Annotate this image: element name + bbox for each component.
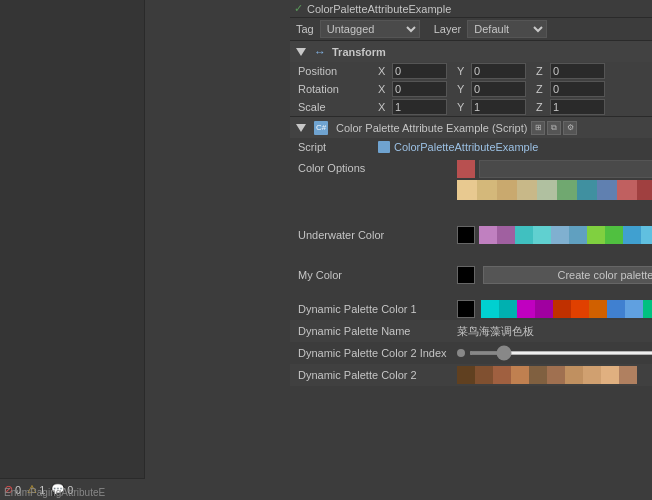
swatch-1[interactable] bbox=[477, 180, 497, 200]
color-options-preview[interactable] bbox=[457, 160, 475, 178]
message-icon: 💬 bbox=[51, 483, 65, 496]
rotation-label: Rotation bbox=[298, 83, 378, 95]
transform-title: Transform bbox=[332, 46, 652, 58]
script-icon: C# bbox=[314, 121, 328, 135]
uw-swatch-1[interactable] bbox=[497, 226, 515, 244]
dynamic-palette-2-row: Dynamic Palette Color 2 bbox=[290, 364, 652, 386]
dp1-s4[interactable] bbox=[553, 300, 571, 318]
error-count: 0 bbox=[15, 484, 21, 496]
status-bar: ⊘ 0 ⚠ 1 💬 0 bbox=[0, 478, 145, 500]
script-file-icon bbox=[378, 141, 390, 153]
dp2-slider-container: 1 bbox=[457, 347, 652, 359]
dp2-s1[interactable] bbox=[475, 366, 493, 384]
dp1-s2[interactable] bbox=[517, 300, 535, 318]
scale-y-input[interactable] bbox=[471, 99, 526, 115]
object-name: ColorPaletteAttributeExample bbox=[307, 3, 451, 15]
tag-select[interactable]: Untagged bbox=[320, 20, 420, 38]
scale-x-input[interactable] bbox=[392, 99, 447, 115]
swatch-0[interactable] bbox=[457, 180, 477, 200]
color-options-dropdown-row: Country ⚙ bbox=[457, 160, 652, 178]
dp2-s0[interactable] bbox=[457, 366, 475, 384]
script-focus-btn[interactable]: ⊞ bbox=[531, 121, 545, 135]
script-settings-btn[interactable]: ⚙ bbox=[563, 121, 577, 135]
dp2-s4[interactable] bbox=[529, 366, 547, 384]
layer-select[interactable]: Default bbox=[467, 20, 547, 38]
scale-z-input[interactable] bbox=[550, 99, 605, 115]
dp1-s6[interactable] bbox=[589, 300, 607, 318]
underwater-color-swatch[interactable] bbox=[457, 226, 475, 244]
dp2-index-label: Dynamic Palette Color 2 Index bbox=[298, 347, 453, 359]
uw-swatch-5[interactable] bbox=[569, 226, 587, 244]
dp1-s1[interactable] bbox=[499, 300, 517, 318]
dynamic-palette-name-value: 菜鸟海藻调色板 bbox=[457, 324, 534, 339]
swatch-2[interactable] bbox=[497, 180, 517, 200]
cursor-area bbox=[290, 202, 652, 222]
script-expand-btn[interactable]: ⧉ bbox=[547, 121, 561, 135]
dp2-s2[interactable] bbox=[493, 366, 511, 384]
country-swatches bbox=[457, 180, 652, 200]
dp2-s9[interactable] bbox=[619, 366, 637, 384]
dp1-color-swatch[interactable] bbox=[457, 300, 475, 318]
my-color-swatch[interactable] bbox=[457, 266, 475, 284]
uw-swatch-9[interactable] bbox=[641, 226, 652, 244]
dp2-s7[interactable] bbox=[583, 366, 601, 384]
color-options-section: Color Options Country ⚙ bbox=[290, 156, 652, 202]
position-xyz: X Y Z bbox=[378, 63, 652, 79]
rot-z-label: Z bbox=[536, 83, 548, 95]
warning-status: ⚠ 1 bbox=[27, 483, 45, 496]
swatch-8[interactable] bbox=[617, 180, 637, 200]
layer-label: Layer bbox=[434, 23, 462, 35]
swatch-6[interactable] bbox=[577, 180, 597, 200]
dp2-label: Dynamic Palette Color 2 bbox=[298, 369, 453, 381]
dynamic-palette-name-row: Dynamic Palette Name 菜鸟海藻调色板 bbox=[290, 320, 652, 342]
dp1-s5[interactable] bbox=[571, 300, 589, 318]
uw-swatch-6[interactable] bbox=[587, 226, 605, 244]
swatch-7[interactable] bbox=[597, 180, 617, 200]
warning-count: 1 bbox=[39, 484, 45, 496]
rot-y-input[interactable] bbox=[471, 81, 526, 97]
uw-swatch-2[interactable] bbox=[515, 226, 533, 244]
message-status: 💬 0 bbox=[51, 483, 73, 496]
transform-header: ↔ Transform ⊞ ⚙ bbox=[290, 40, 652, 62]
my-color-label: My Color bbox=[298, 269, 453, 281]
spacer-2 bbox=[290, 288, 652, 298]
pos-z-input[interactable] bbox=[550, 63, 605, 79]
swatch-9[interactable] bbox=[637, 180, 652, 200]
rot-z-input[interactable] bbox=[550, 81, 605, 97]
create-palette-btn[interactable]: Create color palette: 我的调色板 bbox=[483, 266, 652, 284]
dp2-s5[interactable] bbox=[547, 366, 565, 384]
dp1-s9[interactable] bbox=[643, 300, 652, 318]
uw-swatch-4[interactable] bbox=[551, 226, 569, 244]
uw-swatch-7[interactable] bbox=[605, 226, 623, 244]
rotation-row: Rotation X Y Z bbox=[290, 80, 652, 98]
uw-swatch-3[interactable] bbox=[533, 226, 551, 244]
dp2-s8[interactable] bbox=[601, 366, 619, 384]
palette-dropdown[interactable]: Country bbox=[479, 160, 652, 178]
pos-x-input[interactable] bbox=[392, 63, 447, 79]
uw-swatch-8[interactable] bbox=[623, 226, 641, 244]
dp2-slider[interactable] bbox=[469, 351, 652, 355]
dynamic-palette-1-label: Dynamic Palette Color 1 bbox=[298, 303, 453, 315]
spacer-1 bbox=[290, 248, 652, 258]
swatch-3[interactable] bbox=[517, 180, 537, 200]
object-title-bar: ✓ ColorPaletteAttributeExample Static ▼ bbox=[290, 0, 652, 18]
dp1-s7[interactable] bbox=[607, 300, 625, 318]
script-arrow[interactable] bbox=[296, 124, 306, 132]
scale-y-label: Y bbox=[457, 101, 469, 113]
pos-z-label: Z bbox=[536, 65, 548, 77]
transform-arrow[interactable] bbox=[296, 48, 306, 56]
swatch-5[interactable] bbox=[557, 180, 577, 200]
dp2-s6[interactable] bbox=[565, 366, 583, 384]
pos-y-input[interactable] bbox=[471, 63, 526, 79]
dp1-s3[interactable] bbox=[535, 300, 553, 318]
rot-x-input[interactable] bbox=[392, 81, 447, 97]
color-options-label: Color Options bbox=[298, 160, 453, 174]
dp2-slider-circle bbox=[457, 349, 465, 357]
rot-x-label: X bbox=[378, 83, 390, 95]
dp1-s8[interactable] bbox=[625, 300, 643, 318]
script-ref-value: ColorPaletteAttributeExample bbox=[394, 141, 538, 153]
uw-swatch-0[interactable] bbox=[479, 226, 497, 244]
swatch-4[interactable] bbox=[537, 180, 557, 200]
dp1-s0[interactable] bbox=[481, 300, 499, 318]
dp2-s3[interactable] bbox=[511, 366, 529, 384]
